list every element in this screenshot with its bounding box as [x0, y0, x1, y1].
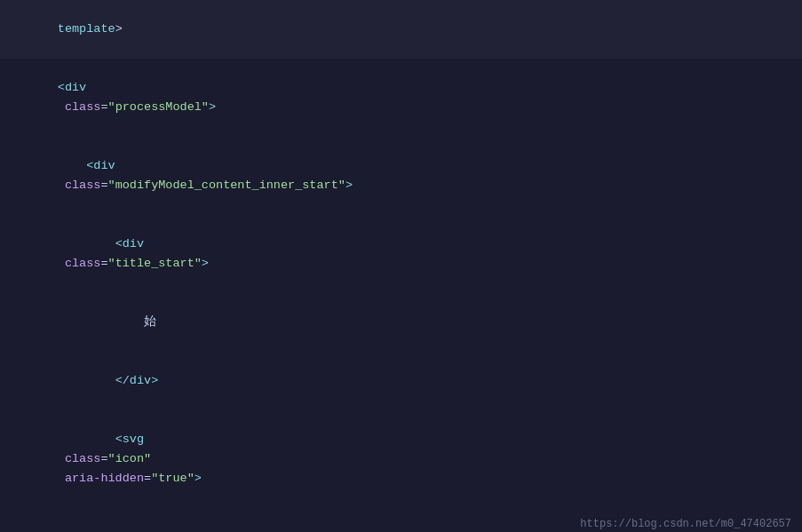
- code-line: <div class="processModel">: [0, 59, 802, 137]
- code-editor: template> <div class="processModel"> <di…: [0, 0, 802, 532]
- code-line: <svg class="icon" aria-hidden="true">: [0, 410, 802, 508]
- code-line: <div class="title_start">: [0, 215, 802, 293]
- status-bar: https://blog.csdn.net/m0_47402657: [569, 516, 802, 532]
- blog-url: https://blog.csdn.net/m0_47402657: [580, 518, 791, 530]
- code-line: <div class="modifyModel_content_inner_st…: [0, 137, 802, 215]
- code-line: </div>: [0, 352, 802, 410]
- code-content: template> <div class="processModel"> <di…: [0, 0, 802, 532]
- code-line: template>: [0, 0, 802, 59]
- code-line: 始: [0, 293, 802, 352]
